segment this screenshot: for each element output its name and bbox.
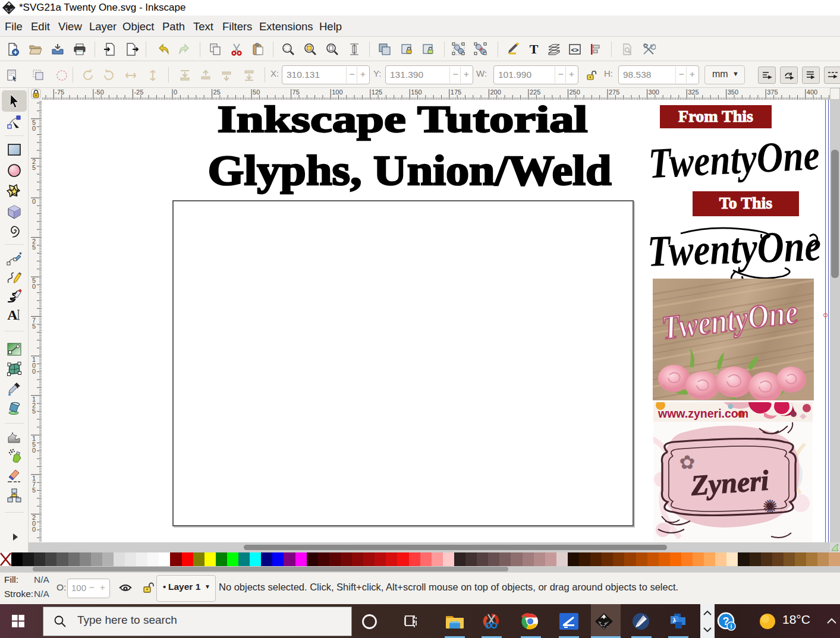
svg-text:300: 300 (649, 89, 659, 96)
svg-text:5: 5 (32, 487, 36, 494)
svg-text:0: 0 (32, 368, 36, 375)
svg-text:Inkscape Tutorial: Inkscape Tutorial (218, 100, 588, 140)
svg-text:0: 0 (32, 283, 36, 290)
svg-text:25: 25 (213, 89, 221, 96)
svg-text:5: 5 (32, 164, 36, 171)
svg-text:150: 150 (411, 89, 421, 96)
svg-text:0: 0 (32, 447, 36, 454)
svg-text:75: 75 (292, 89, 300, 96)
svg-text:-25: -25 (134, 89, 143, 96)
svg-text:100: 100 (332, 89, 342, 96)
svg-text:125: 125 (372, 89, 382, 96)
svg-text:-75: -75 (55, 89, 64, 96)
svg-text:A: A (7, 307, 18, 323)
svg-text:TwentyOne: TwentyOne (647, 131, 821, 188)
svg-text:5: 5 (32, 323, 36, 330)
svg-text:Zyneri: Zyneri (690, 465, 770, 501)
svg-text:325: 325 (688, 89, 699, 96)
svg-text:50: 50 (253, 89, 260, 96)
svg-text:250: 250 (570, 89, 580, 96)
svg-text:5: 5 (32, 244, 36, 251)
svg-text:275: 275 (609, 89, 619, 96)
svg-text:i: i (731, 623, 732, 630)
svg-text:0: 0 (32, 198, 36, 205)
svg-text:www.zyneri.com: www.zyneri.com (657, 407, 748, 420)
svg-text:T: T (530, 42, 539, 56)
svg-text:400: 400 (807, 89, 817, 96)
svg-text:175: 175 (451, 89, 461, 96)
svg-text:-50: -50 (95, 89, 104, 96)
svg-text:Glyphs, Union/Weld: Glyphs, Union/Weld (208, 147, 612, 194)
svg-text:5: 5 (32, 408, 36, 415)
svg-text:225: 225 (530, 89, 540, 96)
svg-text:✺: ✺ (762, 497, 777, 516)
svg-text:350: 350 (728, 89, 738, 96)
svg-text:0: 0 (174, 89, 177, 96)
svg-text:200: 200 (490, 89, 501, 96)
svg-text:375: 375 (767, 89, 778, 96)
svg-text:0: 0 (32, 125, 36, 132)
svg-text:<>: <> (571, 46, 579, 53)
svg-text:✿: ✿ (679, 451, 696, 473)
svg-text:0: 0 (32, 526, 36, 533)
